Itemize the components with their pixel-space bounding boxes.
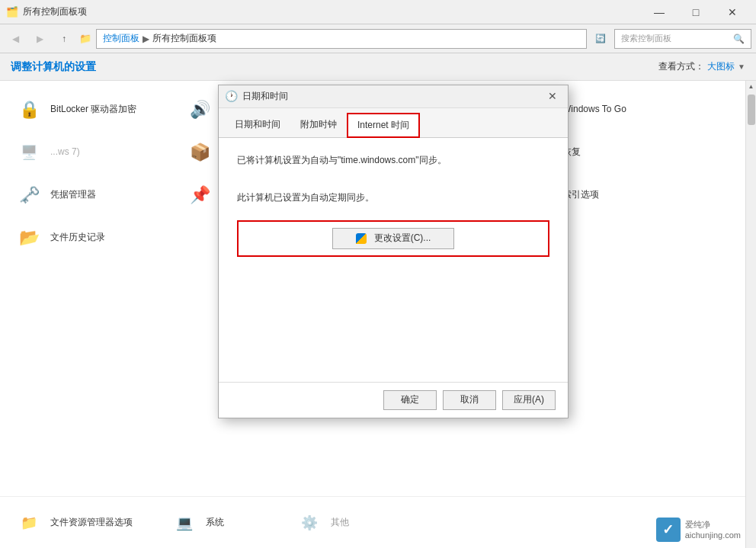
bitlocker-icon: 🔒	[14, 95, 44, 125]
view-dropdown-arrow[interactable]: ▼	[738, 62, 745, 71]
dialog-footer: 确定 取消 应用(A)	[219, 382, 568, 418]
bottom-row: 📁 文件资源管理器选项 💻 系统 ⚙️ 其他	[0, 496, 745, 548]
watermark-line1: 爱纯净	[685, 519, 741, 530]
page-title: 调整计算机的设置	[11, 60, 96, 74]
search-box[interactable]: 搜索控制面板 🔍	[614, 29, 751, 49]
window-title: 所有控制面板项	[23, 5, 642, 18]
search-placeholder: 搜索控制面板	[621, 33, 671, 44]
apply-button[interactable]: 应用(A)	[502, 390, 556, 410]
scroll-thumb[interactable]	[748, 95, 755, 125]
tab-internet-time[interactable]: Internet 时间	[347, 113, 420, 138]
view-label: 查看方式：	[658, 60, 704, 73]
dialog-tabs: 日期和时间 附加时钟 Internet 时间	[219, 108, 568, 138]
sync-description: 已将计算机设置为自动与"time.windows.com"同步。	[237, 153, 549, 168]
shield-icon	[356, 233, 367, 244]
watermark: ✓ 爱纯净 aichunjing.com	[656, 518, 741, 542]
minimize-button[interactable]: —	[642, 0, 677, 24]
address-bar: ◀ ▶ ↑ 📁 控制面板 ▶ 所有控制面板项 🔄 搜索控制面板 🔍	[0, 24, 756, 53]
dialog-close-button[interactable]: ✕	[543, 88, 562, 104]
list-item[interactable]: 🔒 BitLocker 驱动器加密	[9, 90, 177, 130]
scrollbar[interactable]: ▲	[745, 81, 756, 548]
path-icon: 📁	[79, 33, 91, 44]
list-item[interactable]: 🖥️ ...ws 7)	[9, 133, 177, 172]
system-icon: 💻	[169, 508, 200, 538]
list-item[interactable]: 💻 系统	[165, 503, 287, 543]
refresh-button[interactable]: 🔄	[590, 28, 611, 50]
watermark-logo: ✓	[656, 518, 681, 542]
file-history-icon: 📂	[14, 223, 44, 253]
dialog-title: 日期和时间	[242, 90, 539, 103]
dialog-title-bar: 🕐 日期和时间 ✕	[219, 85, 568, 108]
taskbar-icon: 📌	[184, 180, 215, 210]
change-settings-label: 更改设置(C)...	[374, 232, 431, 245]
breadcrumb-separator: ▶	[143, 34, 149, 44]
change-settings-area: 更改设置(C)...	[237, 220, 549, 257]
search-icon: 🔍	[733, 34, 745, 44]
programs-features-icon: 📦	[184, 137, 215, 168]
list-item[interactable]: 📂 文件历史记录	[9, 218, 177, 258]
windows-to-go-label: Windows To Go	[562, 104, 626, 116]
sync-status: 此计算机已设置为自动定期同步。	[237, 191, 549, 205]
window-icon: 🗂️	[6, 6, 18, 18]
view-controls: 查看方式： 大图标 ▼	[658, 60, 745, 73]
file-explorer-options-icon: 📁	[14, 508, 44, 538]
breadcrumb-current: 所有控制面板项	[152, 32, 216, 45]
programs-label: ...ws 7)	[50, 146, 80, 159]
watermark-symbol: ✓	[662, 521, 674, 538]
watermark-text: 爱纯净 aichunjing.com	[685, 519, 741, 541]
programs-icon: 🖥️	[14, 137, 44, 168]
tab-additional-clocks[interactable]: 附加时钟	[290, 113, 347, 138]
list-item[interactable]: ⚙️ 其他	[290, 503, 412, 543]
other-label: 其他	[331, 517, 349, 529]
cancel-button[interactable]: 取消	[443, 390, 496, 410]
credential-icon: 🗝️	[14, 180, 44, 210]
dialog-body: 已将计算机设置为自动与"time.windows.com"同步。 此计算机已设置…	[219, 138, 568, 382]
ok-button[interactable]: 确定	[383, 390, 437, 410]
tab-additional-clocks-label: 附加时钟	[300, 119, 337, 130]
maximize-button[interactable]: □	[678, 0, 713, 24]
tab-internet-time-label: Internet 时间	[357, 120, 409, 130]
close-button[interactable]: ✕	[715, 0, 750, 24]
file-explorer-options-label: 文件资源管理器选项	[50, 517, 133, 529]
system-label: 系统	[206, 517, 224, 529]
list-item[interactable]: 📁 文件资源管理器选项	[9, 503, 162, 543]
back-button[interactable]: ◀	[5, 28, 26, 50]
breadcrumb: 控制面板 ▶ 所有控制面板项	[103, 32, 216, 45]
tab-date-time[interactable]: 日期和时间	[225, 113, 290, 138]
window-title-bar: 🗂️ 所有控制面板项 — □ ✕	[0, 0, 756, 24]
view-mode-button[interactable]: 大图标	[707, 60, 735, 73]
tab-date-time-label: 日期和时间	[235, 119, 280, 130]
other-icon: ⚙️	[294, 508, 325, 538]
bitlocker-label: BitLocker 驱动器加密	[50, 104, 136, 116]
dialog-title-icon: 🕐	[225, 90, 238, 102]
breadcrumb-root: 控制面板	[103, 32, 139, 45]
forward-button[interactable]: ▶	[29, 28, 50, 50]
realtek-icon: 🔊	[184, 95, 215, 125]
change-settings-button[interactable]: 更改设置(C)...	[332, 228, 454, 249]
up-button[interactable]: ↑	[53, 28, 75, 50]
file-history-label: 文件历史记录	[50, 232, 105, 244]
list-item[interactable]: 🗝️ 凭据管理器	[9, 175, 177, 215]
address-input[interactable]: 控制面板 ▶ 所有控制面板项	[96, 29, 587, 49]
toolbar: 调整计算机的设置 查看方式： 大图标 ▼	[0, 53, 756, 81]
watermark-line2: aichunjing.com	[685, 530, 741, 540]
credential-label: 凭据管理器	[50, 189, 96, 201]
window-controls: — □ ✕	[642, 0, 750, 24]
datetime-dialog: 🕐 日期和时间 ✕ 日期和时间 附加时钟 Internet 时间 已将计算机设置…	[218, 85, 569, 418]
scroll-up-arrow[interactable]: ▲	[746, 81, 757, 91]
